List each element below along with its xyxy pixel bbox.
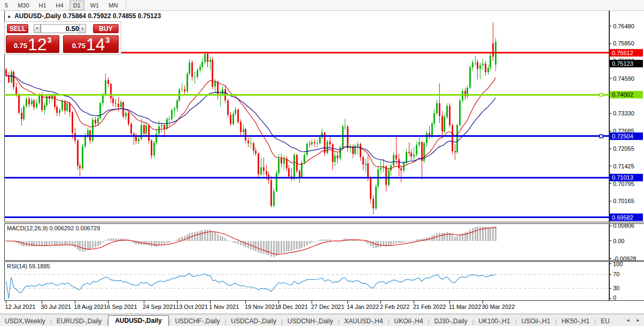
candle-body <box>153 143 155 156</box>
volume-input[interactable]: 0.50 <box>41 24 81 33</box>
macd-bar <box>82 241 83 252</box>
macd-tick-label: 0.00806 <box>613 222 634 229</box>
chart-tab-ukoil-h4[interactable]: UKOil-,H4 <box>390 316 428 326</box>
candle-body <box>316 143 318 144</box>
macd-bar <box>253 241 254 250</box>
timeframe-button-5[interactable]: 5 <box>1 1 12 10</box>
macd-bar <box>99 241 101 245</box>
candle-body <box>288 168 290 177</box>
macd-bar <box>151 241 152 246</box>
price-tick-label: 0.70165 <box>613 198 634 204</box>
candle-body <box>232 114 234 124</box>
collapse-panel-icon[interactable]: ▲ <box>7 14 11 19</box>
timeframe-button-MN[interactable]: MN <box>105 1 121 10</box>
tab-scroll-left-icon[interactable]: ◄ <box>624 316 632 324</box>
bid-quote-button[interactable]: 0.75 12 3 <box>6 35 59 53</box>
timeframe-button-H1[interactable]: H1 <box>35 1 50 10</box>
macd-bar <box>306 241 308 245</box>
macd-bar <box>301 241 302 248</box>
price-line-badge-label: 0.69582 <box>612 214 633 221</box>
volume-decrease-button[interactable]: ▼ <box>34 24 41 33</box>
candle-body <box>187 74 188 91</box>
candle-body <box>490 56 491 68</box>
chart-tab-eurusd-daily[interactable]: EURUSD-,Daily <box>52 316 107 326</box>
macd-bar <box>179 238 180 241</box>
candle-body <box>263 167 265 171</box>
macd-bar <box>168 241 170 243</box>
macd-bar <box>316 241 318 242</box>
macd-bar <box>362 241 364 242</box>
macd-bar <box>201 230 203 240</box>
macd-bar <box>398 241 400 243</box>
chart-tab-uk100-h1[interactable]: UK100-,H1 <box>474 316 515 326</box>
macd-bar <box>237 241 239 244</box>
chart-tab-eu[interactable]: EU <box>596 316 615 326</box>
candle-body <box>347 127 348 148</box>
macd-bar <box>299 241 300 249</box>
buy-button[interactable]: BUY <box>93 24 119 33</box>
candle-body <box>454 151 456 152</box>
candle-body <box>125 113 127 117</box>
candle-body <box>406 152 407 164</box>
candle-body <box>426 133 428 143</box>
candle-body <box>59 110 60 113</box>
candle-body <box>380 168 382 170</box>
date-tick-label: 30 Jul 2021 <box>41 304 71 310</box>
chart-tab-usdcnh-daily[interactable]: USDCNH-,Daily <box>283 316 338 326</box>
macd-bar <box>487 227 489 241</box>
candle-body <box>41 96 43 111</box>
rsi-tick-label: 100 <box>613 261 623 267</box>
chart-tab-usdchf-daily[interactable]: USDCHF-,Daily <box>170 316 224 326</box>
candle-body <box>207 54 208 62</box>
chart-tab-audusd-daily[interactable]: AUDUSD-,Daily <box>108 315 168 326</box>
candle-body <box>309 144 311 144</box>
candle-body <box>13 72 14 87</box>
macd-bar <box>309 241 311 244</box>
macd-bar <box>377 241 379 247</box>
chart-tab-usdx-weekly[interactable]: USDX,Weekly <box>0 316 50 326</box>
macd-bar <box>153 241 155 247</box>
candle-body <box>446 106 448 117</box>
candle-body <box>469 67 471 87</box>
price-tick-label: 0.74590 <box>613 75 634 82</box>
candle-body <box>54 95 56 106</box>
chart-tab-hk50-h1[interactable]: HK50-,H1 <box>556 316 594 326</box>
candle-body <box>247 141 249 143</box>
timeframe-button-W1[interactable]: W1 <box>87 1 103 10</box>
candle-body <box>11 72 12 82</box>
price-line-badge-label: 0.71013 <box>612 174 633 181</box>
ask-quote-button[interactable]: 0.75 14 3 <box>63 35 119 53</box>
macd-bar <box>456 236 458 240</box>
macd-bar <box>187 235 188 241</box>
candle-body <box>367 164 369 178</box>
macd-bar <box>329 239 331 241</box>
macd-indicator-label: MACD(12,26,9) 0.006292 0.006729 <box>7 225 100 231</box>
timeframe-button-H4[interactable]: H4 <box>52 1 67 10</box>
macd-bar <box>314 241 315 242</box>
candle-body <box>15 87 17 95</box>
bid-price-big-digits: 12 <box>28 37 47 51</box>
volume-increase-button[interactable]: ▲ <box>79 24 86 33</box>
timeframe-button-D1[interactable]: D1 <box>69 1 84 10</box>
macd-bar <box>258 241 259 253</box>
candle-body <box>273 191 275 206</box>
macd-bar <box>446 232 448 240</box>
macd-bar <box>64 241 66 245</box>
candle-body <box>227 100 229 115</box>
macd-bar <box>61 241 63 245</box>
timeframe-button-M30[interactable]: M30 <box>14 1 33 10</box>
candle-body <box>128 113 129 124</box>
macd-bar <box>365 241 367 242</box>
candle-body <box>301 162 302 177</box>
macd-bar <box>84 241 86 251</box>
candle-body <box>191 63 193 77</box>
tab-scroll-right-icon[interactable]: ► <box>634 316 642 324</box>
macd-bar <box>245 241 246 248</box>
chart-tab-bar: USDX,Weekly|EURUSD-,Daily|AUDUSD-,Daily|… <box>0 314 644 326</box>
chart-tab-dj30-daily[interactable]: DJ30-,Daily <box>429 316 472 326</box>
chart-tab-usoil-h1[interactable]: USOil-,H1 <box>517 316 555 326</box>
macd-bar <box>74 241 76 247</box>
chart-tab-xauusd-h4[interactable]: XAUUSD-,H4 <box>339 316 388 326</box>
chart-tab-usdcad-daily[interactable]: USDCAD-,Daily <box>226 316 281 326</box>
sell-button[interactable]: SELL <box>7 24 28 33</box>
